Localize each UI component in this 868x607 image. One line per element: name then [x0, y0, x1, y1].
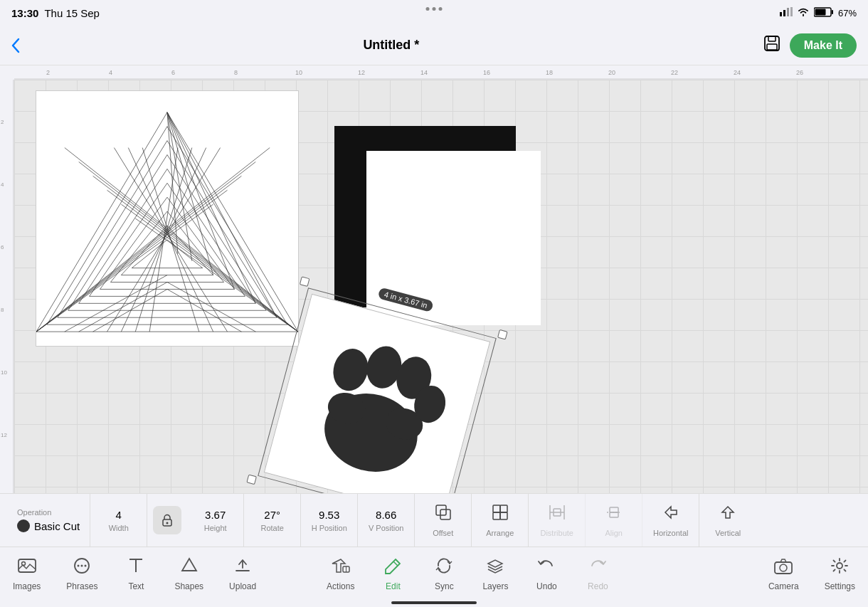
- back-button[interactable]: [11, 38, 20, 53]
- arrange-group[interactable]: Arrange: [472, 494, 529, 547]
- width-group[interactable]: 4 Width: [90, 494, 147, 547]
- status-date: Thu 15 Sep: [44, 7, 100, 19]
- svg-rect-3: [790, 7, 793, 16]
- upload-label: Upload: [229, 581, 256, 591]
- svg-text:6: 6: [1, 244, 4, 250]
- hpos-group[interactable]: 9.53 H Position: [301, 494, 358, 547]
- vertical-group[interactable]: Vertical: [699, 494, 756, 547]
- svg-marker-102: [182, 559, 196, 571]
- horizontal-ruler: 2 4 6 8 10 12 14 16 18 20 22 24 26: [14, 65, 868, 80]
- vpos-group[interactable]: 8.66 V Position: [358, 494, 415, 547]
- top-toolbar: Untitled * Make It: [0, 26, 868, 65]
- svg-marker-92: [665, 507, 677, 518]
- edit-label: Edit: [386, 581, 401, 591]
- svg-text:12: 12: [358, 69, 365, 76]
- svg-text:8: 8: [234, 69, 238, 76]
- canvas-area[interactable]: 4 in x 3.67 in ↻: [14, 80, 868, 493]
- svg-marker-93: [722, 507, 734, 518]
- text-label: Text: [128, 581, 144, 591]
- nav-item-sync[interactable]: Sync: [418, 551, 470, 597]
- wifi-icon: [797, 6, 810, 19]
- lock-button[interactable]: [153, 506, 181, 534]
- align-group[interactable]: Align: [586, 494, 642, 547]
- nav-item-undo[interactable]: Undo: [521, 551, 572, 597]
- svg-rect-90: [610, 507, 618, 512]
- triangle-artwork[interactable]: [36, 90, 299, 347]
- nav-item-images[interactable]: Images: [0, 551, 53, 597]
- settings-label: Settings: [825, 581, 855, 591]
- svg-rect-91: [610, 512, 618, 517]
- vertical-label: Vertical: [715, 529, 741, 537]
- height-label: Height: [204, 524, 227, 532]
- svg-rect-8: [768, 36, 776, 41]
- shapes-label: Shapes: [174, 581, 203, 591]
- sync-icon: [434, 556, 454, 580]
- svg-rect-5: [832, 10, 833, 14]
- camera-label: Camera: [768, 581, 799, 591]
- distribute-label: Distribute: [540, 529, 573, 537]
- nav-item-phrases[interactable]: Phrases: [53, 551, 110, 597]
- distribute-icon: [548, 503, 566, 526]
- text-icon: [126, 556, 146, 580]
- svg-text:6: 6: [171, 69, 175, 76]
- svg-point-98: [81, 564, 83, 566]
- make-it-button[interactable]: Make It: [790, 33, 857, 58]
- operation-label: Operation: [17, 508, 51, 517]
- vpos-value: 8.66: [376, 509, 396, 521]
- nav-item-upload[interactable]: Upload: [216, 551, 269, 597]
- svg-text:2: 2: [1, 119, 4, 125]
- svg-marker-35: [79, 169, 256, 303]
- horizontal-group[interactable]: Horizontal: [642, 494, 699, 547]
- svg-marker-39: [121, 226, 213, 275]
- offset-label: Offset: [433, 529, 453, 537]
- svg-line-41: [167, 112, 277, 317]
- nav-item-shapes[interactable]: Shapes: [162, 551, 216, 597]
- nav-item-text[interactable]: Text: [110, 551, 162, 597]
- svg-rect-6: [815, 9, 825, 15]
- sync-label: Sync: [435, 581, 454, 591]
- operation-group: Operation Basic Cut: [7, 494, 90, 547]
- nav-item-layers[interactable]: Layers: [470, 551, 521, 597]
- svg-line-64: [114, 148, 227, 332]
- operation-text: Basic Cut: [34, 520, 80, 532]
- undo-icon: [536, 556, 556, 580]
- svg-line-43: [167, 112, 234, 290]
- height-group[interactable]: 3.67 Height: [187, 494, 244, 547]
- align-icon: [605, 503, 623, 526]
- nav-item-redo[interactable]: Redo: [572, 551, 623, 597]
- nav-right: Camera Settings: [668, 551, 868, 597]
- bottom-nav: Images Phrases Text: [0, 547, 868, 607]
- width-value: 4: [116, 509, 122, 521]
- nav-item-edit[interactable]: Edit: [367, 551, 418, 597]
- status-time: 13:30: [11, 7, 38, 19]
- rotate-group[interactable]: 27° Rotate: [244, 494, 301, 547]
- images-icon: [17, 556, 37, 580]
- battery-pct: 67%: [838, 8, 857, 19]
- svg-line-52: [65, 148, 298, 332]
- svg-text:26: 26: [796, 69, 803, 76]
- white-rectangle[interactable]: [366, 151, 541, 325]
- width-label: Width: [109, 524, 129, 532]
- svg-line-48: [36, 162, 255, 332]
- svg-rect-2: [787, 8, 789, 16]
- distribute-group[interactable]: Distribute: [529, 494, 586, 547]
- svg-text:20: 20: [608, 69, 615, 76]
- edit-icon: [383, 556, 403, 580]
- images-label: Images: [13, 581, 41, 591]
- svg-rect-0: [780, 12, 782, 16]
- svg-rect-1: [783, 10, 785, 16]
- vertical-ruler: 2 4 6 8 10 12: [0, 80, 14, 493]
- svg-rect-82: [500, 505, 507, 512]
- save-button[interactable]: [763, 34, 781, 57]
- offset-group[interactable]: Offset: [415, 494, 472, 547]
- operation-dot: [17, 519, 30, 532]
- arrange-label: Arrange: [486, 529, 514, 537]
- svg-point-97: [78, 564, 80, 566]
- nav-item-camera[interactable]: Camera: [756, 551, 812, 597]
- nav-item-actions[interactable]: Actions: [314, 551, 367, 597]
- nav-item-settings[interactable]: Settings: [812, 551, 868, 597]
- nav-center: Actions Edit Sync: [269, 551, 668, 597]
- svg-line-106: [393, 561, 398, 566]
- svg-rect-83: [493, 512, 500, 519]
- svg-point-109: [837, 563, 842, 569]
